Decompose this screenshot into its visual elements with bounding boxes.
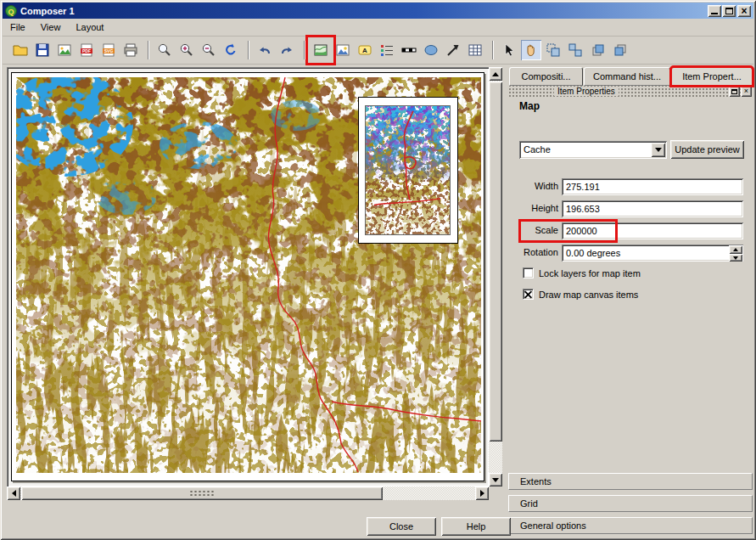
ungroup-items-button[interactable] [565,40,585,60]
lock-layers-label: Lock layers for map item [539,268,641,278]
height-label: Height [507,203,558,213]
tab-command-history[interactable]: Command hist... [584,67,670,86]
help-button-label: Help [467,521,486,532]
title-bar[interactable]: Q Composer 1 × [3,3,753,19]
menu-file[interactable]: File [3,20,33,35]
dock-float-button[interactable] [729,86,740,97]
overview-map-render [365,105,451,235]
add-image-button[interactable] [333,40,353,60]
update-preview-label: Update preview [675,144,739,155]
help-button[interactable]: Help [441,517,511,536]
tab-item-properties[interactable]: Item Propert... [671,67,753,86]
close-window-button[interactable]: × [737,5,751,17]
close-button[interactable]: Close [367,517,436,536]
section-title: Map [519,100,540,112]
add-attribute-table-button[interactable] [465,40,485,60]
tab-composition[interactable]: Compositi... [509,67,583,86]
save-project-button[interactable] [32,40,53,60]
composition-canvas[interactable] [7,67,489,487]
close-icon: × [744,87,748,95]
maximize-button[interactable] [722,5,736,17]
zoom-full-button[interactable] [154,40,175,60]
export-as-svg-button[interactable]: SVG [98,40,119,60]
update-preview-button[interactable]: Update preview [670,140,744,159]
add-legend-button[interactable] [377,40,397,60]
section-general-options[interactable]: General options [508,517,753,534]
dock-close-button[interactable]: × [741,86,752,97]
rotation-input[interactable] [562,245,743,262]
scroll-left-button[interactable] [7,487,20,500]
scroll-grip-dots [189,490,215,497]
maximize-icon [725,8,733,14]
scroll-right-button[interactable] [475,487,489,500]
add-new-map-button[interactable] [311,40,331,60]
section-extents[interactable]: Extents [508,473,753,490]
scale-input[interactable] [562,222,743,239]
open-template-icon [13,42,28,58]
dock-title: Item Properties [554,87,619,96]
group-items-button[interactable] [543,40,563,60]
menu-layout[interactable]: Layout [68,20,111,35]
check-x-icon [524,290,532,298]
redo-icon [279,42,294,58]
float-icon [731,89,737,94]
section-general-options-label: General options [520,520,586,531]
horizontal-scroll-thumb[interactable] [21,487,383,500]
add-basic-shape-button[interactable] [421,40,441,60]
scrollbar-corner [489,487,502,500]
undo-icon [257,42,272,58]
add-arrow-button[interactable] [443,40,463,60]
overview-map-item[interactable] [358,97,458,244]
spin-up-icon [733,248,738,251]
menu-view[interactable]: View [33,20,69,35]
toolbar-separator [248,41,249,59]
svg-text:A: A [362,47,367,54]
add-scalebar-icon [401,42,417,58]
export-as-image-button[interactable] [54,40,75,60]
preview-mode-combo[interactable]: Cache [519,141,667,159]
export-as-image-icon [57,42,72,58]
menu-bar: File View Layout [3,19,753,37]
select-move-item-button[interactable] [499,40,519,60]
minimize-button[interactable] [708,5,721,17]
add-label-icon: A [357,42,372,58]
add-label-button[interactable]: A [355,40,375,60]
combo-dropdown-button[interactable] [651,143,665,157]
add-scalebar-button[interactable] [399,40,419,60]
rotation-spin-up-button[interactable] [729,245,742,254]
canvas-vertical-scrollbar[interactable] [489,67,502,487]
section-grid[interactable]: Grid [508,495,753,512]
rotation-spin-down-button[interactable] [729,254,742,262]
refresh-view-icon [223,42,238,58]
move-item-content-icon [524,42,539,58]
scroll-down-button[interactable] [489,473,502,487]
lock-layers-checkbox[interactable] [523,267,534,278]
draw-canvas-items-checkbox[interactable] [523,289,534,300]
vertical-scroll-thumb[interactable] [489,82,502,442]
height-input[interactable] [562,200,743,217]
zoom-out-button[interactable] [199,40,219,60]
print-button[interactable] [120,40,141,60]
svg-text:SVG: SVG [104,48,114,53]
move-item-content-button[interactable] [521,40,541,60]
zoom-in-icon [179,42,194,58]
refresh-view-button[interactable] [221,40,241,60]
raise-selected-items-button[interactable] [587,40,608,60]
zoom-in-button[interactable] [176,40,197,60]
dock-title-bar[interactable]: Item Properties × [507,86,753,98]
composer-paper[interactable] [11,72,484,481]
tab-composition-label: Compositi... [521,71,570,82]
redo-button[interactable] [277,40,297,60]
open-template-button[interactable] [10,40,31,60]
add-new-map-icon [313,42,328,58]
scroll-up-button[interactable] [489,67,502,81]
canvas-horizontal-scrollbar[interactable] [7,487,489,500]
app-icon: Q [5,5,17,17]
width-input[interactable] [562,178,743,195]
save-project-icon [35,42,50,58]
export-as-pdf-button[interactable]: PDF [76,40,97,60]
lower-selected-items-button[interactable] [609,40,630,60]
undo-button[interactable] [255,40,275,60]
width-label: Width [507,181,558,191]
arrow-up-icon [492,72,499,76]
